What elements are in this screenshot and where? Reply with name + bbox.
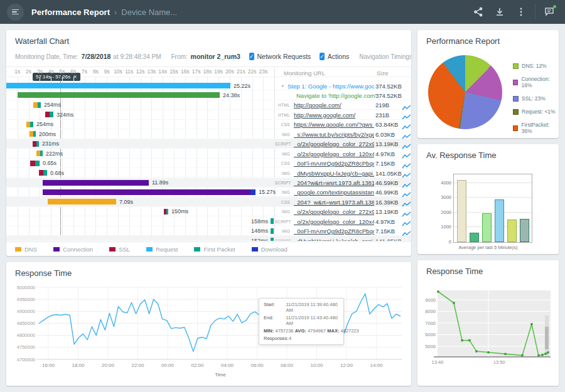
axis-tick: 18s	[203, 68, 212, 75]
bar-segment	[48, 199, 116, 204]
svg-text:5000000: 5000000	[17, 285, 35, 290]
request-url-link[interactable]: _o/2x/googlelogo_color_120x44dp.png	[294, 218, 374, 225]
request-url-link[interactable]: _o/2x/googlelogo_color_272x92dp.png	[294, 208, 374, 215]
tooltip-end: 11/21/2019 11:43:40.480 AM	[286, 315, 340, 326]
request-url-link[interactable]: _s://www.tut.by/scripts/by2/xgemius.js	[294, 131, 374, 138]
waterfall-bar[interactable]	[26, 122, 33, 127]
line-chart[interactable]: 4700000475000048000004850000490000049500…	[6, 262, 411, 386]
legend-label: Request	[156, 246, 178, 253]
response-time-card: Response Time 47000004750000480000048500…	[6, 262, 411, 386]
request-url-link[interactable]: _dMysbWxppU-lxJeg/cb=gapi.loaded_0	[294, 238, 374, 241]
mini-line-chart[interactable]: 5000600070008000900013:4013:50	[417, 260, 559, 386]
waterfall-bar[interactable]	[271, 228, 274, 234]
resource-type-badge: CSS	[275, 161, 290, 166]
resource-type-badge: SCRIPT	[275, 220, 290, 224]
navigate-action[interactable]: Navigate to 'http://google.com'	[296, 92, 377, 99]
legend-item: DNS	[15, 246, 37, 253]
more-icon[interactable]	[510, 0, 532, 24]
bar-chart-plot[interactable]	[453, 174, 532, 243]
svg-text:22:00: 22:00	[131, 363, 144, 368]
bar-segment	[38, 102, 41, 108]
request-url-link[interactable]: _0oFl-mAmrQg9d2pZR8cPbqcbnz6iNg	[294, 228, 374, 235]
waterfall-bar[interactable]	[164, 209, 168, 215]
bar-segment	[43, 180, 149, 186]
waterfall-bar[interactable]	[43, 180, 149, 186]
share-icon[interactable]	[468, 0, 489, 24]
network-requests-checkbox[interactable]: ✓	[249, 53, 254, 60]
waterfall-card: Waterfall Chart Monitoring Date, Time: 7…	[6, 30, 411, 256]
request-url-link[interactable]: _dMysbWxppU-lxJeg/cb=gapi.loaded_0	[294, 170, 374, 177]
selection-range: 57.14s - 57.26s	[36, 74, 70, 80]
resource-type-badge: SCRIPT	[275, 181, 290, 185]
breadcrumb-device[interactable]: Device Name...	[121, 8, 177, 17]
pie-legend-swatch	[513, 63, 519, 69]
legend-swatch	[194, 247, 200, 252]
legend-label: First Packet	[203, 246, 235, 253]
bar[interactable]	[470, 233, 479, 242]
bar-segment	[40, 151, 43, 156]
bar[interactable]	[482, 213, 492, 242]
bar-segment	[50, 112, 53, 117]
waterfall-bar[interactable]	[48, 199, 116, 204]
size-value: 231B	[375, 112, 389, 119]
waterfall-bar[interactable]	[271, 238, 274, 241]
pie-chart[interactable]	[428, 55, 502, 129]
svg-text:02:00: 02:00	[191, 363, 204, 368]
download-icon[interactable]	[489, 0, 510, 24]
waterfall-bar[interactable]	[45, 112, 53, 117]
request-url-link[interactable]: _204?_w&rt=wsrt.1973.aft.1381.prt.396	[294, 199, 374, 206]
step-link[interactable]: Step 1: Google - https://www.google.com.	[288, 83, 374, 90]
tooltip-min-label: MIN:	[264, 328, 274, 334]
actions-checkbox[interactable]: ✓	[320, 53, 325, 60]
bar[interactable]	[520, 219, 529, 242]
axis-tick: 16s	[181, 68, 190, 75]
request-url-link[interactable]: https://www.google.com/?gws_rd=ssl	[294, 121, 374, 128]
trend-spark-icon[interactable]	[402, 238, 411, 241]
svg-text:08:00: 08:00	[281, 363, 294, 368]
svg-text:10:00: 10:00	[310, 363, 323, 368]
request-url-link[interactable]: http://google.com/	[294, 102, 374, 109]
axis-tick: 8s	[93, 68, 99, 75]
waterfall-bar[interactable]	[6, 83, 230, 88]
waterfall-bar[interactable]	[271, 218, 274, 224]
chevron-down-icon[interactable]: ⌄	[281, 82, 285, 88]
axis-tick: 17s	[192, 68, 201, 75]
menu-icon[interactable]	[7, 4, 24, 21]
waterfall-legend: DNSConnectionSSLRequestFirst PacketDownl…	[6, 241, 411, 256]
axis-tick: 7s	[82, 68, 87, 75]
request-url-link[interactable]: _o/2x/googlelogo_color_272x92dp.png	[294, 140, 374, 147]
waterfall-bar[interactable]	[33, 102, 41, 108]
request-url-link[interactable]: http://www.google.com/	[294, 112, 374, 119]
bar-segment	[33, 131, 36, 137]
y-axis-tick: 1000	[435, 224, 451, 230]
axis-tick: 3s	[37, 68, 43, 75]
pie-legend: DNS: 12%Connection: 16%SSL: 23%Request: …	[513, 63, 559, 138]
size-value: 374.52KB	[375, 83, 402, 90]
bar[interactable]	[495, 199, 504, 242]
waterfall-bar[interactable]	[18, 92, 220, 98]
waterfall-bar[interactable]	[30, 131, 36, 137]
waterfall-bar[interactable]	[39, 170, 47, 176]
bar-duration-label: 7.09s	[119, 199, 133, 205]
request-url-link[interactable]: _google.com/textinputassistant/tia.png	[294, 189, 374, 196]
bar[interactable]	[507, 220, 517, 242]
bar-duration-label: 150ms	[171, 209, 188, 215]
navigation-timings-label: Navigation Timings	[359, 53, 411, 60]
chat-icon[interactable]	[539, 0, 560, 24]
svg-text:5000: 5000	[425, 344, 436, 349]
svg-text:4900000: 4900000	[17, 309, 35, 314]
bar-duration-label: 254ms	[36, 122, 53, 127]
svg-text:7000: 7000	[425, 320, 436, 326]
pie-title: Performance Report	[426, 36, 500, 46]
request-url-link[interactable]: _0oFl-mAmrQg9d2pZR8cPbqcbnz6iNg	[294, 160, 374, 167]
resource-type-badge: CSS	[275, 122, 290, 127]
svg-text:6000: 6000	[425, 332, 436, 337]
request-url-link[interactable]: _204?w&rt=wsrt.1973.aft.1381.prt.3964	[294, 179, 374, 186]
svg-text:04:00: 04:00	[221, 363, 234, 368]
waterfall-bar[interactable]	[33, 141, 39, 147]
waterfall-bar[interactable]	[30, 161, 40, 166]
waterfall-bar[interactable]	[36, 151, 43, 156]
bar[interactable]	[457, 180, 466, 242]
request-url-link[interactable]: _o/2x/googlelogo_color_120x44dp.png	[294, 151, 374, 157]
waterfall-bar[interactable]	[43, 189, 256, 195]
